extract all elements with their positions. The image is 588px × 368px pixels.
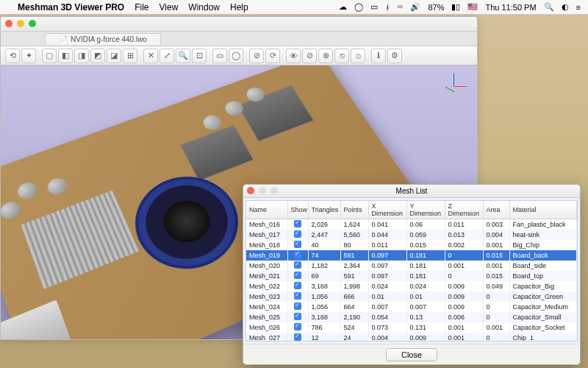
volume-icon[interactable]: 🔊: [410, 2, 420, 12]
toolbar-button-15[interactable]: ▭: [212, 49, 227, 63]
toolbar-button-22[interactable]: ⊘: [302, 49, 317, 63]
toolbar-button-27[interactable]: ℹ: [371, 49, 386, 63]
show-checkbox[interactable]: [294, 333, 301, 341]
toolbar-button-11[interactable]: ⤢: [159, 49, 174, 63]
mesh-table-wrap[interactable]: NameShowTrianglesPointsX DimensionY Dime…: [245, 200, 578, 342]
spotlight-icon[interactable]: 🔍: [544, 2, 554, 12]
toolbar-button-4[interactable]: ◧: [58, 49, 73, 63]
show-checkbox[interactable]: [294, 302, 301, 310]
show-checkbox[interactable]: [294, 241, 301, 248]
model-port: [1, 300, 74, 339]
toolbar-button-7[interactable]: ◪: [107, 49, 121, 63]
toolbar-button-8[interactable]: ⊞: [123, 49, 137, 63]
table-row[interactable]: Mesh_019745910.0970.18100.015Board_back: [246, 250, 577, 261]
column-header[interactable]: Triangles: [308, 201, 340, 219]
show-checkbox[interactable]: [294, 230, 301, 238]
column-header[interactable]: Y Dimension: [406, 201, 445, 219]
menu-window[interactable]: Window: [188, 2, 220, 13]
toolbar-button-18[interactable]: ⊘: [249, 49, 264, 63]
window-titlebar[interactable]: [1, 17, 477, 32]
show-checkbox[interactable]: [294, 323, 301, 330]
table-row[interactable]: Mesh_0162,0261,6240.0410.060.0110.003Fan…: [246, 219, 577, 230]
minimize-icon[interactable]: [17, 20, 24, 27]
display-icon[interactable]: ▭: [370, 2, 378, 12]
cell-value: 0.011: [445, 219, 483, 230]
close-button[interactable]: Close: [386, 348, 437, 361]
toolbar-button-19[interactable]: ⟳: [265, 49, 280, 63]
document-tab[interactable]: 📄 NVIDIA g-force 440.lwo: [45, 33, 161, 45]
column-header[interactable]: Points: [340, 201, 368, 219]
flag-icon[interactable]: 🇺🇸: [467, 2, 478, 12]
column-header[interactable]: Z Dimension: [445, 201, 483, 219]
close-icon[interactable]: [247, 187, 254, 194]
toolbar-button-0[interactable]: ⟲: [5, 49, 20, 63]
clock[interactable]: Thu 11:50 PM: [485, 3, 536, 12]
cell-value: 1,056: [308, 302, 340, 312]
show-checkbox[interactable]: [294, 292, 301, 300]
toolbar-button-16[interactable]: ◯: [229, 49, 243, 63]
column-header[interactable]: Name: [246, 201, 287, 219]
column-header[interactable]: Show: [287, 201, 308, 219]
menu-help[interactable]: Help: [230, 2, 248, 13]
table-row[interactable]: Mesh_0231,0566660.010.010.0090Capacitor_…: [246, 291, 577, 302]
show-checkbox[interactable]: [294, 282, 301, 289]
close-icon[interactable]: [5, 20, 12, 27]
cell-value: 0.041: [368, 219, 406, 230]
cell-value: 0.009: [445, 291, 483, 302]
toolbar-button-21[interactable]: 👁: [286, 49, 301, 63]
cell-value: 3,168: [308, 312, 340, 322]
cell-value: 1,056: [308, 291, 340, 302]
table-row[interactable]: Mesh_021695910.0970.18100.015Board_top: [246, 271, 577, 281]
battery-icon[interactable]: ▮▯: [451, 2, 460, 12]
show-checkbox[interactable]: [294, 313, 301, 320]
cell-value: 0: [445, 250, 483, 261]
app-name[interactable]: Meshman 3D Viewer PRO: [18, 2, 124, 13]
table-row[interactable]: Mesh_0223,1681,9980.0240.0240.0090.049Ca…: [246, 281, 577, 291]
show-checkbox[interactable]: [294, 220, 301, 227]
column-header[interactable]: X Dimension: [368, 201, 406, 219]
axis-gizmo[interactable]: [440, 73, 467, 99]
toolbar-button-25[interactable]: ⦶: [351, 49, 365, 63]
show-checkbox[interactable]: [294, 251, 301, 258]
cell-material: Big_Chip: [509, 240, 577, 250]
siri-icon[interactable]: ≡: [576, 3, 581, 12]
table-row[interactable]: Mesh_0172,4475,5600.0440.0590.0130.004he…: [246, 230, 577, 240]
toolbar-button-10[interactable]: ✕: [143, 49, 158, 63]
cloud-icon[interactable]: ☁: [339, 2, 347, 12]
cell-value: 0.007: [368, 302, 406, 312]
toolbar-button-3[interactable]: ▢: [42, 49, 57, 63]
table-row[interactable]: Mesh_0267865240.0730.1310.0010.001Capaci…: [246, 322, 577, 333]
toolbar-button-28[interactable]: ⚙: [387, 49, 402, 63]
table-row[interactable]: Mesh_0241,0566640.0070.0070.0090Capacito…: [246, 302, 577, 312]
toolbar-button-1[interactable]: ✦: [21, 49, 36, 63]
control-center-icon[interactable]: ◐: [562, 2, 569, 12]
toolbar-button-6[interactable]: ◩: [90, 49, 105, 63]
table-row[interactable]: Mesh_0201,1822,3640.0970.1810.0010.001Bo…: [246, 261, 577, 271]
model-fan: [134, 174, 242, 272]
cell-name: Mesh_021: [246, 271, 287, 281]
cell-value: 0.001: [483, 322, 509, 333]
cell-material: Board_top: [509, 271, 577, 281]
menu-view[interactable]: View: [159, 2, 179, 13]
table-row[interactable]: Mesh_01840800.0110.0150.0020.001Big_Chip: [246, 240, 577, 250]
table-row[interactable]: Mesh_0253,1682,1900.0540.130.0060Capacit…: [246, 312, 577, 322]
panel-titlebar[interactable]: Mesh List: [243, 185, 580, 198]
column-header[interactable]: Material: [509, 201, 577, 219]
toolbar-button-12[interactable]: 🔍: [176, 49, 190, 63]
toolbar-button-5[interactable]: ◨: [74, 49, 89, 63]
maximize-icon[interactable]: [29, 20, 36, 27]
toolbar-button-13[interactable]: ⊡: [192, 49, 207, 63]
table-row[interactable]: Mesh_02712240.0040.0090.0010Chip_1: [246, 333, 577, 342]
circle-icon[interactable]: ◯: [354, 2, 363, 12]
show-checkbox[interactable]: [294, 272, 301, 279]
bluetooth-icon[interactable]: ᚼ: [385, 3, 390, 12]
toolbar-button-23[interactable]: ⊗: [318, 49, 333, 63]
show-checkbox[interactable]: [294, 261, 301, 269]
wifi-icon[interactable]: ⌔: [398, 3, 403, 12]
toolbar-button-24[interactable]: ⦸: [334, 49, 349, 63]
column-header[interactable]: Area: [483, 201, 509, 219]
menu-file[interactable]: File: [135, 2, 148, 13]
cell-value: 0.06: [406, 219, 445, 230]
cell-value: 0.004: [483, 230, 509, 240]
model-capacitor: [46, 176, 69, 197]
